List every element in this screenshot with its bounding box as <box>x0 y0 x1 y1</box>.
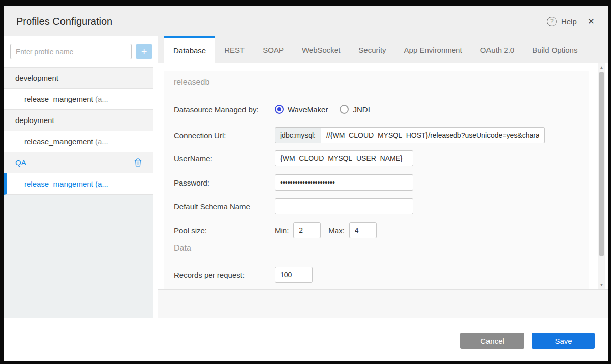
profile-settings-panel: Database REST SOAP WebSocket Security Ap… <box>158 36 608 318</box>
username-input[interactable] <box>275 150 413 166</box>
sidebar-group-development[interactable]: development <box>4 68 153 89</box>
database-form: releasedb Datasource Managed by: WaveMak… <box>164 71 589 289</box>
content-footer-strip <box>158 289 608 318</box>
tab-rest[interactable]: REST <box>215 36 254 63</box>
sidebar-group-qa[interactable]: QA <box>4 152 153 173</box>
vertical-scrollbar[interactable]: ▲ ▼ <box>598 63 605 289</box>
help-button[interactable]: ? Help <box>547 17 577 26</box>
radio-unselected-icon <box>340 105 349 114</box>
username-label: UserName: <box>174 154 275 163</box>
save-button[interactable]: Save <box>532 333 595 349</box>
scroll-down-icon[interactable]: ▼ <box>598 281 605 289</box>
tab-oauth[interactable]: OAuth 2.0 <box>471 36 524 63</box>
tab-database[interactable]: Database <box>164 36 215 63</box>
close-icon[interactable]: ✕ <box>588 16 595 27</box>
trash-icon <box>134 158 142 167</box>
profile-label: release_mangement <box>24 95 93 103</box>
connection-url-prefix: jdbc:mysql: <box>275 127 321 143</box>
cancel-button[interactable]: Cancel <box>460 333 524 349</box>
page-title: Profiles Configuration <box>16 16 112 27</box>
help-label: Help <box>561 17 577 26</box>
profile-list: development release_mangement (a... depl… <box>4 67 153 195</box>
profiles-configuration-dialog: Profiles Configuration ? Help ✕ + develo… <box>4 6 608 361</box>
tab-build-options[interactable]: Build Options <box>523 36 586 63</box>
wavemaker-radio-label: WaveMaker <box>288 105 328 114</box>
profile-create-row: + <box>4 36 153 67</box>
tab-websocket[interactable]: WebSocket <box>293 36 349 63</box>
dialog-footer: Cancel Save <box>4 318 608 361</box>
help-icon: ? <box>547 17 557 26</box>
tab-app-environment[interactable]: App Environment <box>395 36 471 63</box>
default-schema-label: Default Schema Name <box>174 202 275 211</box>
records-per-request-input[interactable] <box>275 267 313 283</box>
profile-label: release_mangement <box>24 137 93 146</box>
profile-label: release_mangement <box>24 179 93 188</box>
sidebar-group-deployment[interactable]: deployment <box>4 110 153 131</box>
password-input[interactable] <box>275 174 413 191</box>
group-label: development <box>15 74 58 82</box>
database-tab-content: releasedb Datasource Managed by: WaveMak… <box>158 63 608 289</box>
sidebar-profile-item[interactable]: release_mangement (a... <box>4 131 153 152</box>
section-title-data: Data <box>174 244 589 253</box>
profile-label-suffix: (a... <box>93 95 108 103</box>
section-divider <box>174 259 580 259</box>
dialog-header: Profiles Configuration ? Help ✕ <box>4 6 608 36</box>
connection-url-input[interactable] <box>321 127 545 143</box>
group-label: deployment <box>15 116 54 125</box>
wavemaker-radio[interactable]: WaveMaker <box>275 105 328 114</box>
password-label: Password: <box>174 178 275 187</box>
pool-min-input[interactable] <box>293 222 321 238</box>
sidebar-profile-item[interactable]: release_mangement (a... <box>4 89 153 110</box>
pool-max-input[interactable] <box>349 222 377 238</box>
profiles-sidebar: + development release_mangement (a... de… <box>4 36 153 318</box>
section-divider <box>174 93 580 93</box>
tab-bar: Database REST SOAP WebSocket Security Ap… <box>158 36 608 63</box>
pool-min-label: Min: <box>275 226 289 235</box>
delete-profile-button[interactable] <box>134 158 142 167</box>
scroll-up-icon[interactable]: ▲ <box>598 64 605 71</box>
profile-label-suffix: (a... <box>93 137 108 146</box>
connection-url-label: Connection Url: <box>174 131 275 140</box>
pool-max-label: Max: <box>328 226 345 235</box>
group-label: QA <box>15 158 26 167</box>
jndi-radio[interactable]: JNDI <box>340 105 370 114</box>
datasource-managed-by-label: Datasource Managed by: <box>174 105 275 114</box>
jndi-radio-label: JNDI <box>353 105 370 114</box>
scrollbar-thumb[interactable] <box>599 72 604 256</box>
pool-size-label: Pool size: <box>174 226 275 235</box>
default-schema-input[interactable] <box>275 198 413 214</box>
profile-name-input[interactable] <box>10 44 132 59</box>
profile-label-suffix: (a... <box>93 179 108 188</box>
section-title-releasedb: releasedb <box>174 78 589 87</box>
sidebar-profile-item-selected[interactable]: release_mangement (a... <box>4 173 153 195</box>
radio-selected-icon <box>275 105 284 114</box>
tab-security[interactable]: Security <box>349 36 395 63</box>
records-per-request-label: Records per request: <box>174 271 275 279</box>
tab-soap[interactable]: SOAP <box>254 36 293 63</box>
add-profile-button[interactable]: + <box>136 44 152 59</box>
plus-icon: + <box>141 46 147 57</box>
